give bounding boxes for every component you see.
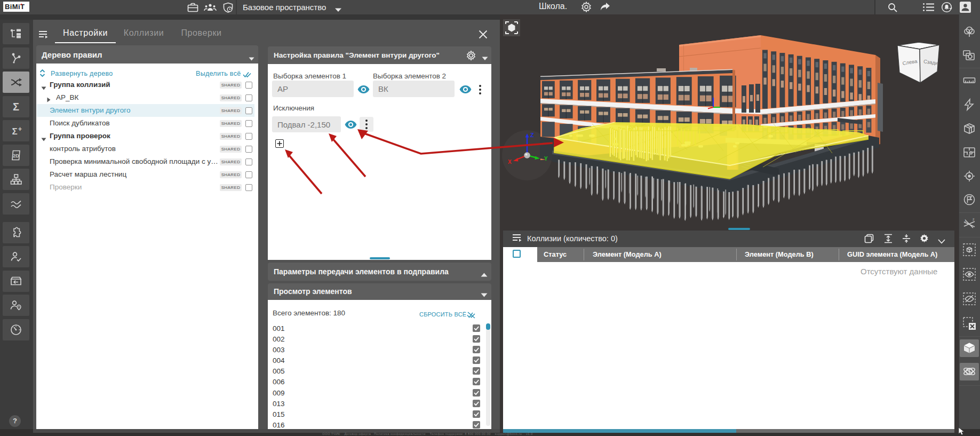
- svg-text:Z: Z: [530, 132, 534, 138]
- svg-text:Y: Y: [544, 156, 548, 162]
- svg-text:Σ: Σ: [13, 101, 19, 113]
- svg-text:Σ: Σ: [12, 126, 17, 137]
- svg-text:+: +: [18, 125, 22, 133]
- svg-text:X: X: [508, 159, 512, 165]
- svg-text:2D: 2D: [13, 153, 19, 158]
- svg-text:2: 2: [973, 218, 975, 221]
